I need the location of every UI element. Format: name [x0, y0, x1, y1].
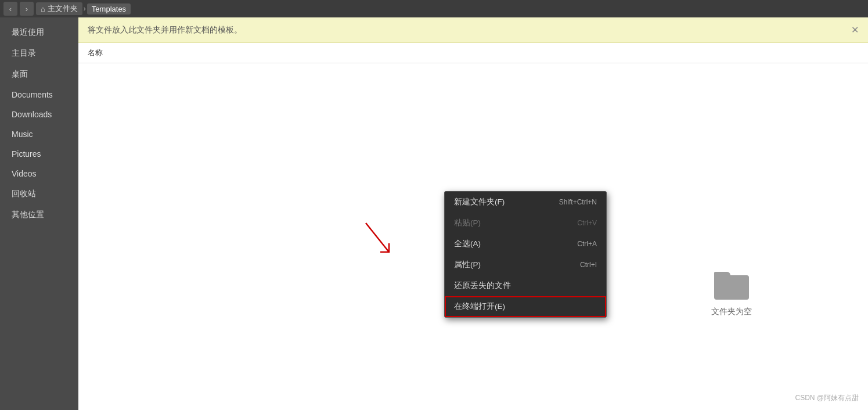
empty-folder-label: 文件夹为空: [711, 307, 752, 317]
context-menu-paste-label: 粘贴(P): [454, 218, 481, 228]
column-header-name: 名称: [78, 43, 868, 63]
breadcrumb-home-label: 主文件夹: [48, 3, 78, 14]
breadcrumb: ⌂ 主文件夹 › Templates: [36, 2, 131, 15]
breadcrumb-home[interactable]: ⌂ 主文件夹: [36, 2, 82, 15]
file-browser-area[interactable]: 新建文件夹(F) Shift+Ctrl+N 粘贴(P) Ctrl+V 全选(A)…: [78, 63, 868, 410]
context-menu-properties-label: 属性(P): [454, 260, 481, 270]
forward-button[interactable]: ›: [20, 2, 34, 16]
sidebar-item-desktop[interactable]: 桌面: [2, 64, 76, 84]
titlebar: ‹ › ⌂ 主文件夹 › Templates: [0, 0, 868, 17]
sidebar-item-videos[interactable]: Videos: [2, 164, 76, 183]
context-menu-select-all-shortcut: Ctrl+A: [577, 240, 597, 248]
breadcrumb-templates[interactable]: Templates: [87, 3, 131, 15]
info-banner-close[interactable]: ✕: [851, 24, 859, 35]
context-menu-paste[interactable]: 粘贴(P) Ctrl+V: [445, 213, 606, 233]
context-menu-open-terminal[interactable]: 在终端打开(E): [445, 296, 606, 317]
context-menu-paste-shortcut: Ctrl+V: [577, 219, 597, 227]
context-menu-properties[interactable]: 属性(P) Ctrl+I: [445, 254, 606, 275]
sidebar-item-recent[interactable]: 最近使用: [2, 23, 76, 42]
annotation-arrow: [363, 220, 398, 261]
sidebar: 最近使用 主目录 桌面 Documents Downloads Music Pi…: [0, 17, 78, 410]
context-menu-open-terminal-label: 在终端打开(E): [454, 301, 505, 312]
sidebar-item-music[interactable]: Music: [2, 125, 76, 143]
sidebar-item-trash[interactable]: 回收站: [2, 184, 76, 204]
sidebar-item-other[interactable]: 其他位置: [2, 205, 76, 225]
sidebar-item-documents[interactable]: Documents: [2, 85, 76, 104]
home-icon: ⌂: [41, 5, 45, 13]
sidebar-item-downloads[interactable]: Downloads: [2, 105, 76, 124]
context-menu-properties-shortcut: Ctrl+I: [580, 261, 597, 269]
breadcrumb-separator: ›: [84, 5, 86, 13]
context-menu-restore-lost-label: 还原丢失的文件: [454, 280, 511, 291]
main-layout: 最近使用 主目录 桌面 Documents Downloads Music Pi…: [0, 17, 868, 410]
sidebar-item-pictures[interactable]: Pictures: [2, 145, 76, 163]
sidebar-item-home[interactable]: 主目录: [2, 44, 76, 63]
context-menu-select-all-label: 全选(A): [454, 239, 481, 249]
watermark: CSDN @阿妹有点甜: [795, 393, 859, 403]
context-menu-new-folder-label: 新建文件夹(F): [454, 197, 505, 207]
context-menu-new-folder-shortcut: Shift+Ctrl+N: [559, 198, 597, 206]
context-menu-restore-lost[interactable]: 还原丢失的文件: [445, 275, 606, 296]
context-menu-select-all[interactable]: 全选(A) Ctrl+A: [445, 233, 606, 254]
info-banner-text: 将文件放入此文件夹并用作新文档的模板。: [88, 25, 242, 35]
content-area: 将文件放入此文件夹并用作新文档的模板。 ✕ 名称 新建文件夹(F) Shift+…: [78, 17, 868, 410]
folder-icon: [714, 271, 749, 300]
breadcrumb-templates-label: Templates: [92, 5, 126, 13]
back-button[interactable]: ‹: [3, 2, 17, 16]
context-menu-new-folder[interactable]: 新建文件夹(F) Shift+Ctrl+N: [445, 192, 606, 213]
empty-folder-display: 文件夹为空: [711, 271, 752, 317]
svg-line-0: [366, 223, 389, 252]
context-menu: 新建文件夹(F) Shift+Ctrl+N 粘贴(P) Ctrl+V 全选(A)…: [444, 191, 607, 318]
info-banner: 将文件放入此文件夹并用作新文档的模板。 ✕: [78, 17, 868, 43]
